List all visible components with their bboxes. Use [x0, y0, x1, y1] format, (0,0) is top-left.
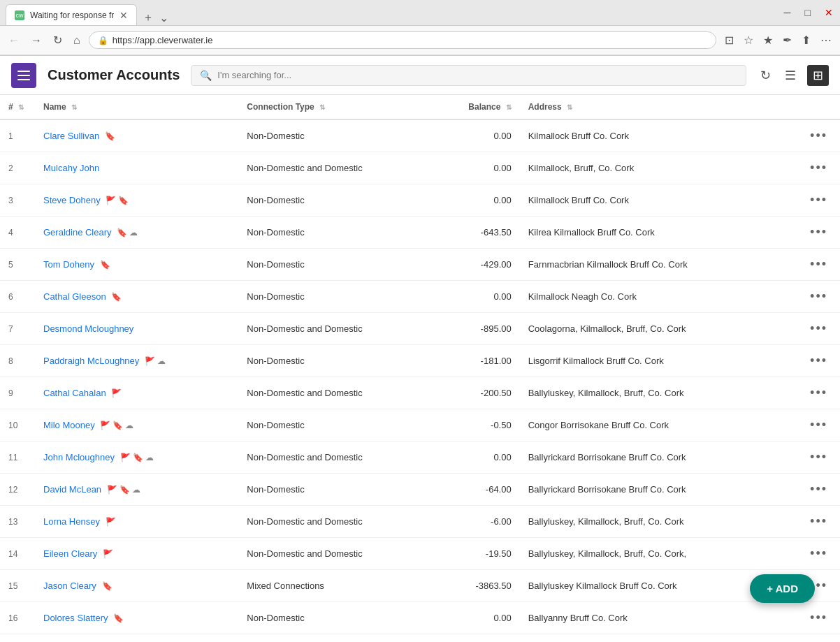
list-view-button[interactable]: ☰ [782, 65, 799, 86]
row-more-button[interactable]: ••• [806, 481, 832, 498]
row-name[interactable]: Eileen Cleary 🚩 [35, 538, 238, 570]
row-balance: -895.00 [433, 313, 520, 345]
close-button[interactable]: ✕ [818, 4, 840, 21]
row-address: Kilmallock, Bruff, Co. Cork [520, 152, 778, 184]
row-name[interactable]: Jason Cleary 🔖 [35, 570, 238, 602]
grid-view-button[interactable]: ⊞ [807, 65, 829, 86]
row-name[interactable]: Paddraigh McLoughney 🚩☁ [35, 345, 238, 377]
reload-button[interactable]: ↻ [50, 31, 65, 50]
back-button[interactable]: ← [6, 31, 22, 50]
search-input[interactable] [217, 70, 737, 80]
address-bar[interactable]: 🔒 https://app.cleverwater.ie [89, 31, 716, 49]
row-more-button[interactable]: ••• [806, 513, 832, 530]
col-header-num[interactable]: # ⇅ [0, 95, 35, 119]
settings-button[interactable]: ⋯ [818, 31, 834, 50]
tab-dropdown-icon[interactable]: ⌄ [159, 11, 168, 24]
row-icons: 🚩🔖☁ [120, 453, 154, 462]
row-icons: 🚩 [106, 517, 116, 527]
row-balance: -643.50 [433, 217, 520, 249]
row-num: 16 [0, 602, 35, 634]
row-name[interactable]: Tom Doheny 🔖 [35, 249, 238, 281]
row-more-button[interactable]: ••• [806, 224, 832, 241]
row-address: Kilrea Kilmallock Bruff Co. Cork [520, 217, 778, 249]
row-more-button[interactable]: ••• [806, 256, 832, 273]
row-name[interactable]: Geraldine Cleary 🔖☁ [35, 217, 238, 249]
row-name[interactable]: Steven Hogan 🔖☁ [35, 634, 238, 643]
row-more-button[interactable]: ••• [806, 127, 832, 145]
table-row: 17 Steven Hogan 🔖☁ Mixed Connections 0.0… [0, 634, 840, 643]
row-more-button[interactable]: ••• [806, 288, 832, 305]
row-actions: ••• [778, 217, 840, 249]
maximize-button[interactable]: □ [798, 4, 818, 21]
row-balance: 0.00 [433, 442, 520, 474]
row-name[interactable]: Clare Sullivan 🔖 [35, 119, 238, 152]
row-more-button[interactable]: ••• [806, 416, 832, 434]
row-more-button[interactable]: ••• [806, 448, 832, 466]
refresh-button[interactable]: ↻ [758, 65, 774, 86]
row-name[interactable]: David McLean 🚩🔖☁ [35, 474, 238, 506]
sign-in-button[interactable]: ✒ [780, 31, 795, 50]
row-more-button[interactable]: ••• [806, 609, 832, 627]
cloud-icon: ☁ [125, 421, 133, 430]
minimize-button[interactable]: ─ [777, 4, 798, 21]
row-balance: -19.50 [433, 538, 520, 570]
row-icons: 🚩 [103, 549, 113, 559]
menu-button[interactable] [11, 63, 36, 88]
share-button[interactable]: ⬆ [799, 31, 813, 50]
collections-button[interactable]: ★ [760, 31, 776, 50]
row-name[interactable]: Cathal Cahalan 🚩 [35, 377, 238, 409]
row-more-button[interactable]: ••• [806, 191, 832, 209]
row-name[interactable]: Mulcahy John [35, 152, 238, 184]
table-row: 8 Paddraigh McLoughney 🚩☁ Non-Domestic -… [0, 345, 840, 377]
row-icons: 🚩🔖☁ [107, 485, 140, 495]
home-button[interactable]: ⌂ [71, 31, 83, 50]
row-address: Ballyluskey, Kilmallock, Bruff, Co. Cork [520, 506, 778, 538]
table-row: 1 Clare Sullivan 🔖 Non-Domestic 0.00 Kil… [0, 119, 840, 152]
row-address: Ballyrickard Borrisokane Bruff Co. Cork [520, 474, 778, 506]
row-name[interactable]: Milo Mooney 🚩🔖☁ [35, 409, 238, 442]
row-more-button[interactable]: ••• [806, 159, 832, 177]
row-name[interactable]: Dolores Slattery 🔖 [35, 602, 238, 634]
row-name[interactable]: Steve Doheny 🚩🔖 [35, 184, 238, 217]
row-address: Congor Borrisokane Bruff Co. Cork [520, 409, 778, 442]
col-header-name[interactable]: Name ⇅ [35, 95, 238, 119]
col-header-address[interactable]: Address ⇅ [520, 95, 778, 119]
row-more-button[interactable]: ••• [806, 352, 832, 370]
row-name[interactable]: Desmond Mcloughney [35, 313, 238, 345]
row-name[interactable]: Cathal Gleeson 🔖 [35, 281, 238, 313]
bookmark-icon: 🔖 [118, 196, 129, 205]
row-icons: 🚩🔖☁ [100, 421, 133, 430]
row-num: 13 [0, 506, 35, 538]
cloud-icon: ☁ [145, 453, 154, 462]
browser-tab[interactable]: cw Waiting for response fr ✕ [6, 4, 137, 25]
row-icons: 🔖☁ [117, 228, 138, 238]
row-actions: ••• [778, 474, 840, 506]
new-tab-icon[interactable]: ＋ [143, 10, 154, 25]
row-balance: -3863.50 [433, 570, 520, 602]
row-num: 5 [0, 249, 35, 281]
row-connection: Non-Domestic [238, 474, 432, 506]
row-name[interactable]: John Mcloughney 🚩🔖☁ [35, 442, 238, 474]
add-button[interactable]: + ADD [750, 574, 815, 603]
table-row: 15 Jason Cleary 🔖 Mixed Connections -386… [0, 570, 840, 602]
reader-view-button[interactable]: ⊡ [722, 31, 737, 50]
row-icons: 🚩🔖 [106, 196, 129, 205]
row-address: Ballyrickard Borrisokane Bruff Co. Cork [520, 442, 778, 474]
row-actions: ••• [778, 538, 840, 570]
flag-icon: 🚩 [120, 453, 131, 462]
row-more-button[interactable]: ••• [806, 384, 832, 402]
col-header-connection[interactable]: Connection Type ⇅ [238, 95, 432, 119]
row-name[interactable]: Lorna Hensey 🚩 [35, 506, 238, 538]
bookmark-star-button[interactable]: ☆ [741, 31, 756, 50]
row-more-button[interactable]: ••• [806, 545, 832, 562]
row-more-button[interactable]: ••• [806, 320, 832, 337]
forward-button[interactable]: → [28, 31, 45, 50]
search-bar[interactable]: 🔍 [191, 65, 746, 86]
row-connection: Non-Domestic [238, 249, 432, 281]
row-icons: 🚩 [111, 388, 122, 398]
app-header: Customer Accounts 🔍 ↻ ☰ ⊞ [0, 56, 840, 95]
bookmark-icon: 🔖 [120, 485, 130, 495]
svg-rect-2 [17, 79, 30, 80]
col-header-balance[interactable]: Balance ⇅ [433, 95, 520, 119]
tab-close-icon[interactable]: ✕ [120, 10, 128, 21]
